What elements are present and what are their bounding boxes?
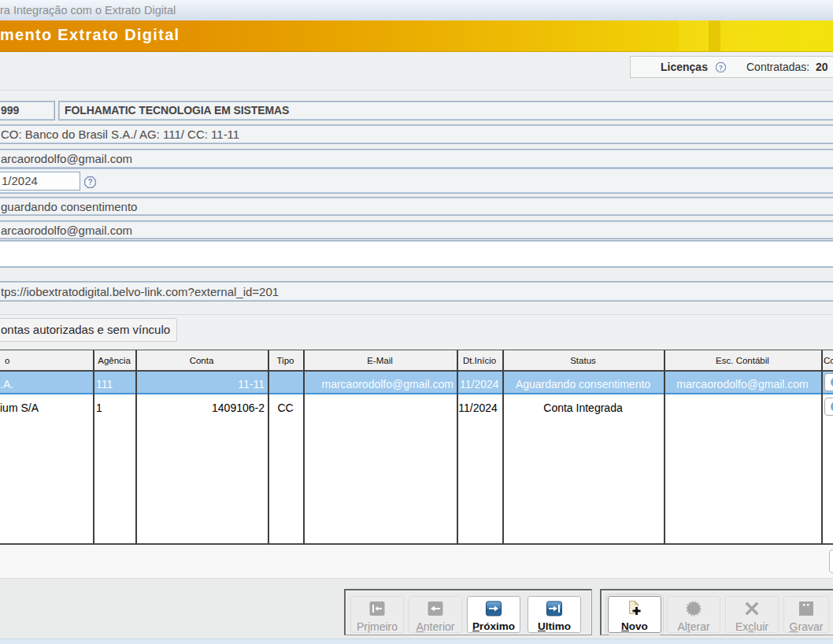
svg-text:?: ? — [87, 178, 92, 187]
svg-text:?: ? — [719, 64, 723, 72]
